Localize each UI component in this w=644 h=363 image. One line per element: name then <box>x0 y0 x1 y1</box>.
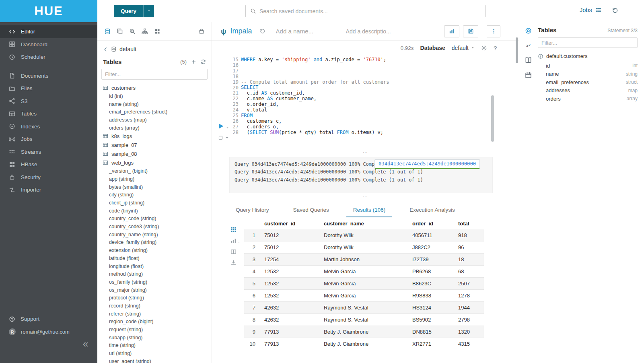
column-item[interactable]: subapp (string) <box>97 334 212 342</box>
column-item[interactable]: request (string) <box>97 326 212 334</box>
sidebar-item-security[interactable]: Security <box>0 171 97 184</box>
code-line[interactable] <box>241 68 389 74</box>
table-item[interactable]: web_logs <box>97 158 212 167</box>
column-item[interactable]: url (string) <box>97 349 212 357</box>
column-item[interactable]: protocol (string) <box>97 294 212 302</box>
tab-query-history[interactable]: Query History <box>229 203 276 217</box>
sidebar-item-editor[interactable]: Editor <box>0 25 97 38</box>
gear-icon[interactable] <box>481 45 487 51</box>
code-line[interactable]: -- Compute total amount per order for al… <box>241 80 389 85</box>
code-line[interactable]: customers c, <box>241 119 389 124</box>
documents-source-icon[interactable] <box>117 28 123 35</box>
database-select[interactable]: default <box>452 45 475 51</box>
collapse-sidebar-icon[interactable]: « <box>83 338 88 349</box>
column-item[interactable]: referer (string) <box>97 310 212 318</box>
table-item[interactable]: sample_07 <box>97 140 212 149</box>
column-header[interactable]: total <box>455 218 484 229</box>
sidebar-item-streams[interactable]: Streams <box>0 146 97 159</box>
basket-icon[interactable] <box>198 28 205 35</box>
column-item[interactable]: ordersarray <box>538 95 638 103</box>
engine-title[interactable]: Impala <box>230 27 252 35</box>
column-item[interactable]: device_family (string) <box>97 239 212 247</box>
column-header[interactable]: customer_name <box>321 218 409 229</box>
table-item[interactable]: k8s_logs <box>97 132 212 140</box>
column-item[interactable]: namestring <box>538 70 638 78</box>
code-line[interactable] <box>241 63 389 68</box>
search-input[interactable] <box>259 8 485 14</box>
table-item[interactable]: customers <box>97 83 212 92</box>
tab-saved-queries[interactable]: Saved Queries <box>286 203 336 217</box>
code-line[interactable]: c.id AS customer_id, <box>241 91 389 96</box>
column-item[interactable]: addresses (map) <box>97 116 212 124</box>
code-line[interactable]: WHERE a.key = 'shipping' and a.zip_code … <box>241 57 389 63</box>
assist-filter-input[interactable] <box>101 69 208 80</box>
user-account[interactable]: R romain@gethue.com <box>0 326 97 338</box>
column-header[interactable]: customer_id <box>261 218 321 229</box>
column-item[interactable]: os_family (string) <box>97 278 212 286</box>
active-table-link[interactable]: default.customers <box>538 53 638 59</box>
table-item[interactable]: sample_08 <box>97 149 212 158</box>
sitemap-icon[interactable] <box>142 28 148 35</box>
back-chevron-icon[interactable] <box>103 47 108 52</box>
column-item[interactable]: city (string) <box>97 191 212 199</box>
hue-logo[interactable]: HUE <box>0 0 97 22</box>
code-line[interactable]: c.orders o, <box>241 124 389 130</box>
statement-options-button[interactable] <box>218 135 230 140</box>
code-line[interactable]: FROM <box>241 113 389 119</box>
grid-view-button[interactable] <box>230 227 241 233</box>
execute-button[interactable] <box>218 123 229 130</box>
column-item[interactable]: method (string) <box>97 270 212 278</box>
sidebar-item-files[interactable]: Files <box>0 82 97 95</box>
query-history-icon[interactable] <box>259 28 265 34</box>
column-header[interactable]: order_id <box>409 218 455 229</box>
column-item[interactable]: latitude (float) <box>97 254 212 262</box>
column-item[interactable]: name (string) <box>97 100 212 108</box>
query-id-highlight[interactable]: 034d413ec7474ed5:4249de1000000000 <box>374 159 480 169</box>
column-item[interactable]: longitude (float) <box>97 262 212 270</box>
column-item[interactable]: region_code (bigint) <box>97 318 212 326</box>
refresh-icon[interactable] <box>201 59 206 64</box>
code-lines[interactable]: WHERE a.key = 'shipping' and a.zip_code … <box>241 57 389 135</box>
resize-handle-bottom[interactable]: ⋯ <box>212 195 519 199</box>
sidebar-item-indexes[interactable]: Indexes <box>0 120 97 133</box>
code-editor[interactable]: 1516171819202122232425262728 WHERE a.key… <box>212 55 519 146</box>
column-item[interactable]: record (string) <box>97 302 212 310</box>
column-item[interactable]: _version_ (bigint) <box>97 167 212 175</box>
help-icon[interactable]: ? <box>494 45 497 52</box>
column-item[interactable]: os_major (string) <box>97 286 212 294</box>
column-item[interactable]: email_preferencesstruct <box>538 78 638 87</box>
sidebar-item-jobs[interactable]: Jobs <box>0 133 97 146</box>
sidebar-item-tables[interactable]: Tables <box>0 107 97 120</box>
column-item[interactable]: country_name (string) <box>97 231 212 239</box>
column-item[interactable]: user_agent (string) <box>97 357 212 363</box>
query-name-input[interactable] <box>276 28 336 35</box>
code-line[interactable]: o.order_id, <box>241 102 389 107</box>
code-line[interactable] <box>241 74 389 80</box>
code-line[interactable]: SELECT <box>241 85 389 91</box>
code-line[interactable]: c.name AS customer_name, <box>241 96 389 102</box>
query-dropdown-caret[interactable] <box>143 5 154 17</box>
code-line[interactable]: (SELECT SUM(price * qty) total FROM o.it… <box>241 130 389 136</box>
column-item[interactable]: time (string) <box>97 342 212 350</box>
column-item[interactable]: orders (array) <box>97 124 212 132</box>
calendar-icon[interactable] <box>525 72 532 78</box>
column-item[interactable]: country_code3 (string) <box>97 223 212 231</box>
column-item[interactable]: country_code (string) <box>97 215 212 223</box>
sidebar-item-dashboard[interactable]: Dashboard <box>0 38 97 51</box>
save-button[interactable] <box>463 25 478 37</box>
column-item[interactable]: client_ip (string) <box>97 199 212 207</box>
database-source-icon[interactable] <box>104 28 111 35</box>
sidebar-item-scheduler[interactable]: Scheduler <box>0 51 97 64</box>
columns-view-button[interactable] <box>230 249 241 255</box>
history-icon[interactable] <box>612 7 618 14</box>
sidebar-item-documents[interactable]: Documents <box>0 70 97 82</box>
column-item[interactable]: idint <box>538 62 638 70</box>
download-button[interactable] <box>230 260 241 266</box>
column-item[interactable]: id (int) <box>97 92 212 100</box>
breadcrumb-database[interactable]: default <box>119 46 136 52</box>
sidebar-item-s3[interactable]: S3 <box>0 95 97 108</box>
more-actions-button[interactable] <box>487 25 500 37</box>
code-line[interactable]: v.total <box>241 107 389 113</box>
chart-view-button[interactable] <box>230 237 241 244</box>
functions-icon[interactable]: x² <box>526 42 530 49</box>
